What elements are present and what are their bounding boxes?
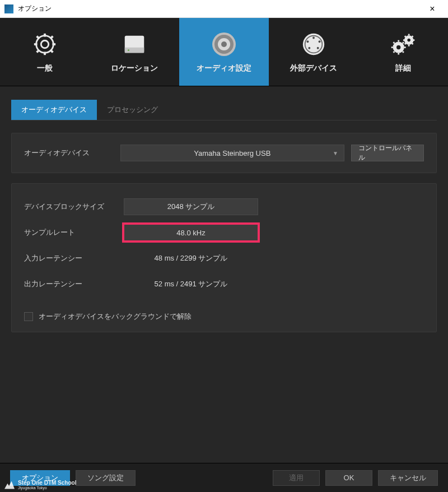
sample-rate-label: サンプルレート [24, 228, 124, 238]
input-latency-label: 入力レーテンシー [24, 253, 124, 263]
device-panel: オーディオデバイス Yamaha Steinberg USB ▼ コントロールパ… [11, 133, 437, 173]
svg-line-34 [393, 51, 394, 52]
svg-point-27 [407, 38, 410, 41]
svg-line-35 [403, 42, 404, 43]
sample-rate-value[interactable]: 48.0 kHz [124, 224, 258, 241]
options-window: オプション × 一般 ロケーション オーディオ設定 外部デバイス [0, 0, 448, 492]
apply-button: 適用 [273, 470, 320, 486]
branding-line2: Jiyugaoka Tokyo [18, 486, 76, 490]
cancel-button[interactable]: キャンセル [378, 470, 438, 486]
category-label: 外部デバイス [290, 63, 337, 73]
ok-button[interactable]: OK [325, 470, 372, 486]
category-label: 詳細 [395, 63, 411, 73]
branding-logo-icon [4, 481, 15, 489]
svg-line-7 [50, 50, 53, 52]
svg-line-6 [37, 36, 39, 38]
audio-device-selected-value: Yamaha Steinberg USB [194, 149, 270, 157]
song-settings-button[interactable]: ソング設定 [76, 470, 136, 486]
category-external-device[interactable]: 外部デバイス [269, 18, 358, 86]
gears-icon [390, 31, 417, 58]
output-latency-value: 52 ms / 2491 サンプル [124, 276, 258, 293]
svg-point-22 [308, 47, 310, 49]
category-bar: 一般 ロケーション オーディオ設定 外部デバイス 詳細 [0, 18, 448, 86]
svg-point-20 [307, 40, 309, 43]
output-latency-label: 出力レーテンシー [24, 279, 124, 289]
gear-icon [31, 31, 58, 58]
tab-audio-device[interactable]: オーディオデバイス [11, 100, 97, 120]
svg-point-23 [317, 47, 319, 49]
settings-panel: デバイスブロックサイズ 2048 サンプル サンプルレート 48.0 kHz 入… [11, 183, 437, 332]
svg-line-42 [405, 43, 406, 44]
midi-icon [300, 31, 327, 58]
window-title: オプション [18, 4, 421, 13]
drive-icon [121, 31, 148, 58]
svg-line-40 [405, 36, 406, 37]
audio-device-select[interactable]: Yamaha Steinberg USB ▼ [120, 145, 344, 161]
svg-line-41 [412, 43, 413, 44]
block-size-label: デバイスブロックサイズ [24, 202, 124, 212]
category-advanced[interactable]: 詳細 [358, 18, 448, 86]
category-label: 一般 [37, 63, 53, 73]
category-location[interactable]: ロケーション [90, 18, 179, 86]
control-panel-button[interactable]: コントロールパネル [351, 145, 424, 161]
category-general[interactable]: 一般 [0, 18, 90, 86]
titlebar: オプション × [0, 0, 448, 18]
svg-point-12 [128, 49, 129, 51]
svg-line-32 [393, 42, 394, 43]
audio-device-label: オーディオデバイス [24, 148, 120, 158]
branding-watermark: Step One DTM School Jiyugaoka Tokyo [4, 480, 76, 490]
tab-processing[interactable]: プロセッシング [97, 100, 168, 120]
content-area: オーディオデバイス プロセッシング オーディオデバイス Yamaha Stein… [0, 86, 448, 463]
block-size-value[interactable]: 2048 サンプル [124, 198, 258, 215]
app-icon [4, 4, 13, 13]
svg-point-25 [396, 45, 400, 49]
svg-point-19 [312, 36, 315, 39]
speaker-icon [211, 31, 237, 58]
release-background-label: オーディオデバイスをバックグラウンドで解除 [39, 312, 192, 322]
svg-line-43 [412, 36, 413, 37]
sub-tabs: オーディオデバイス プロセッシング [11, 100, 437, 120]
svg-line-8 [37, 50, 39, 52]
release-background-checkbox[interactable] [24, 312, 33, 321]
svg-line-9 [50, 36, 53, 38]
svg-line-33 [403, 51, 404, 52]
category-audio-settings[interactable]: オーディオ設定 [179, 18, 269, 86]
close-button[interactable]: × [421, 4, 444, 14]
chevron-down-icon: ▼ [333, 150, 338, 156]
input-latency-value: 48 ms / 2299 サンプル [124, 250, 258, 267]
svg-point-1 [41, 40, 48, 48]
category-label: ロケーション [111, 63, 158, 73]
category-label: オーディオ設定 [197, 63, 251, 73]
branding-line1: Step One DTM School [18, 480, 76, 486]
svg-point-21 [319, 40, 321, 43]
svg-point-16 [221, 41, 227, 47]
